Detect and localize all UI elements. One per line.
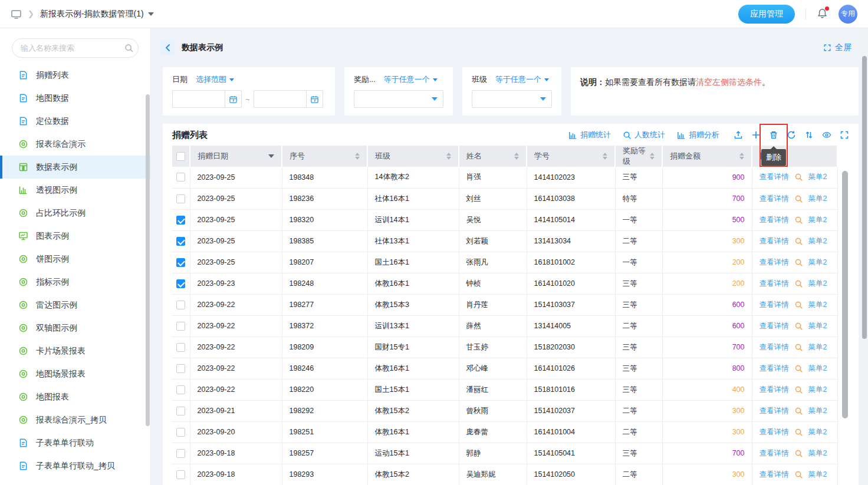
view-detail-link[interactable]: 查看详情 [760, 448, 789, 458]
clear-filters-link[interactable]: 清空左侧筛选条件 [696, 77, 762, 87]
search-icon[interactable] [124, 44, 133, 52]
menu2-link[interactable]: 菜单2 [808, 258, 827, 268]
search-icon[interactable] [794, 194, 803, 203]
sort-icon[interactable] [804, 130, 814, 140]
row-checkbox[interactable] [176, 470, 185, 479]
menu2-link[interactable]: 菜单2 [808, 470, 827, 480]
menu2-link[interactable]: 菜单2 [808, 172, 827, 182]
col-header-grade[interactable]: 奖励等级 [615, 146, 662, 167]
class-select[interactable] [472, 90, 552, 108]
monitor-icon[interactable] [11, 9, 22, 19]
row-checkbox[interactable] [176, 216, 185, 225]
menu2-link[interactable]: 菜单2 [808, 194, 827, 204]
view-detail-link[interactable]: 查看详情 [760, 364, 789, 374]
col-header-seq[interactable]: 序号 [282, 146, 367, 167]
sidebar-item-17[interactable]: 子表单单行联动 [0, 431, 150, 454]
sidebar-item-16[interactable]: 报表综合演示_拷贝 [0, 408, 150, 431]
row-checkbox[interactable] [176, 322, 185, 331]
sidebar-item-15[interactable]: 地图报表 [0, 385, 150, 408]
row-checkbox[interactable] [176, 407, 185, 415]
search-icon[interactable] [794, 343, 803, 352]
search-icon[interactable] [794, 216, 803, 225]
sidebar-item-13[interactable]: 卡片场景报表 [0, 339, 150, 362]
view-detail-link[interactable]: 查看详情 [760, 215, 789, 225]
search-icon[interactable] [794, 173, 803, 182]
app-manage-button[interactable]: 应用管理 [738, 5, 795, 24]
row-checkbox[interactable] [176, 279, 185, 288]
add-icon[interactable] [751, 130, 761, 140]
menu2-link[interactable]: 菜单2 [808, 279, 827, 289]
menu2-link[interactable]: 菜单2 [808, 406, 827, 416]
col-header-amount[interactable]: 捐赠金额 [662, 146, 752, 167]
menu2-link[interactable]: 菜单2 [808, 342, 827, 352]
sidebar-item-1[interactable]: 捐赠列表 [0, 64, 150, 87]
menu2-link[interactable]: 菜单2 [808, 215, 827, 225]
sidebar-item-9[interactable]: 饼图示例 [0, 248, 150, 270]
reward-select[interactable] [354, 90, 443, 108]
avatar[interactable]: 专用 [839, 5, 857, 24]
sidebar-item-6[interactable]: 透视图示例 [0, 179, 150, 202]
view-detail-link[interactable]: 查看详情 [760, 385, 789, 395]
sidebar-item-14[interactable]: 地图场景报表 [0, 362, 150, 385]
view-detail-link[interactable]: 查看详情 [760, 427, 789, 437]
back-button[interactable] [160, 40, 175, 55]
filter-date-operator[interactable]: 选择范围 [196, 74, 234, 85]
sidebar-item-3[interactable]: 定位数据 [0, 110, 150, 133]
search-icon[interactable] [794, 385, 803, 394]
people-stats-button[interactable]: 人数统计 [623, 130, 665, 140]
sidebar-item-7[interactable]: 占比环比示例 [0, 202, 150, 225]
row-checkbox[interactable] [176, 343, 185, 352]
search-icon[interactable] [794, 470, 803, 479]
row-checkbox[interactable] [176, 194, 185, 203]
date-end-input[interactable] [254, 90, 323, 108]
search-icon[interactable] [794, 258, 803, 267]
calendar-icon[interactable] [225, 91, 241, 107]
delete-icon[interactable] [769, 130, 778, 140]
sidebar-item-5[interactable]: 数据表示例 [0, 156, 150, 179]
menu2-link[interactable]: 菜单2 [808, 236, 827, 246]
fullscreen-button[interactable]: 全屏 [823, 42, 851, 53]
table-fullscreen-icon[interactable] [840, 130, 849, 140]
report-title-dropdown[interactable]: 新报表示例-捐款数据管理(1) [40, 9, 154, 19]
select-all-checkbox[interactable] [176, 152, 185, 161]
col-header-student-id[interactable]: 学号 [527, 146, 615, 167]
date-start-input[interactable] [172, 90, 242, 108]
calendar-icon[interactable] [306, 91, 323, 107]
export-icon[interactable] [734, 130, 743, 140]
col-header-date[interactable]: 捐赠日期 [190, 146, 282, 167]
page-scrollbar[interactable] [862, 56, 867, 339]
search-icon[interactable] [794, 279, 803, 288]
row-checkbox[interactable] [176, 237, 185, 246]
view-detail-link[interactable]: 查看详情 [760, 321, 789, 331]
view-detail-link[interactable]: 查看详情 [760, 406, 789, 416]
search-input[interactable] [21, 44, 124, 52]
donation-stats-button[interactable]: 捐赠统计 [568, 130, 611, 140]
filter-class-operator[interactable]: 等于任意一个 [495, 74, 549, 85]
view-detail-link[interactable]: 查看详情 [760, 236, 789, 246]
search-icon[interactable] [794, 364, 803, 373]
menu2-link[interactable]: 菜单2 [808, 448, 827, 458]
sidebar-item-10[interactable]: 指标示例 [0, 270, 150, 293]
search-icon[interactable] [794, 322, 803, 331]
row-checkbox[interactable] [176, 364, 185, 373]
eye-icon[interactable] [822, 130, 831, 140]
notification-bell-icon[interactable] [817, 8, 828, 21]
menu2-link[interactable]: 菜单2 [808, 300, 827, 310]
table-scrollbar[interactable] [842, 171, 848, 418]
row-checkbox[interactable] [176, 449, 185, 458]
view-detail-link[interactable]: 查看详情 [760, 279, 789, 289]
sidebar-item-11[interactable]: 雷达图示例 [0, 293, 150, 316]
row-checkbox[interactable] [176, 385, 185, 394]
search-icon[interactable] [794, 449, 803, 458]
view-detail-link[interactable]: 查看详情 [760, 300, 789, 310]
view-detail-link[interactable]: 查看详情 [760, 342, 789, 352]
filter-reward-operator[interactable]: 等于任意一个 [384, 74, 438, 85]
row-checkbox[interactable] [176, 301, 185, 309]
row-checkbox[interactable] [176, 173, 185, 182]
row-checkbox[interactable] [176, 428, 185, 437]
view-detail-link[interactable]: 查看详情 [760, 194, 789, 204]
col-header-class[interactable]: 班级 [367, 146, 459, 167]
search-icon[interactable] [794, 428, 803, 437]
sidebar-item-4[interactable]: 报表综合演示 [0, 133, 150, 156]
menu2-link[interactable]: 菜单2 [808, 364, 827, 374]
